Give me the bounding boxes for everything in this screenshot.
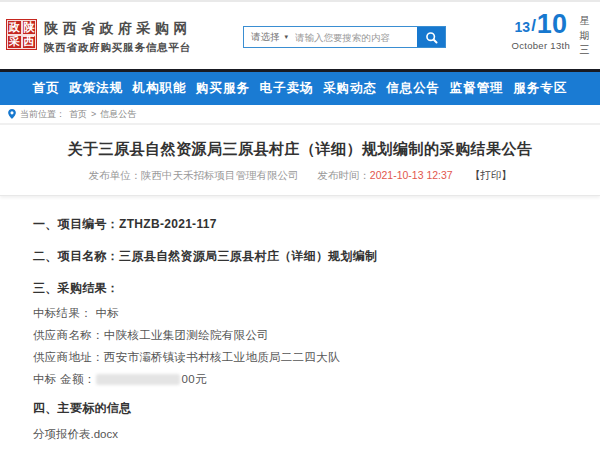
publisher-value: 陕西中天禾招标项目管理有限公司 — [141, 169, 299, 181]
supplier-address-line: 供应商地址：西安市灞桥镇读书村核工业地质局二二四大队 — [33, 350, 560, 365]
search-input[interactable] — [295, 27, 417, 47]
subject-section-heading: 四、主要标的信息 — [33, 400, 560, 417]
bid-result-line: 中标结果： 中标 — [33, 306, 560, 321]
breadcrumb: 当前位置： 首页 > 信息公告 — [0, 105, 600, 125]
nav-item-procurement-news[interactable]: 采购动态 — [323, 80, 377, 97]
bid-amount-line: 中标 金额：00元 — [33, 372, 560, 387]
logo-char: 政 — [7, 20, 22, 35]
print-button[interactable]: 【打印】 — [470, 169, 512, 181]
article-meta: 发布单位：陕西中天禾招标项目管理有限公司 发布时间：2021-10-13 12:… — [0, 169, 600, 183]
date-month: 10 — [537, 11, 567, 38]
breadcrumb-current[interactable]: 信息公告 — [100, 108, 136, 121]
nav-item-supervision[interactable]: 监督管理 — [450, 80, 504, 97]
site-logo: 政 陕 采 西 — [6, 19, 37, 50]
site-header: 政 陕 采 西 陕西省政府采购网 陕西省政府购买服务信息平台 请选择 ▾ — [0, 2, 600, 69]
site-titles: 陕西省政府采购网 陕西省政府购买服务信息平台 — [44, 20, 192, 55]
logo-char: 西 — [22, 35, 37, 50]
project-name-line: 二、项目名称：三原县自然资源局三原县村庄（详细）规划编制 — [33, 248, 560, 265]
site-title: 陕西省政府采购网 — [44, 20, 192, 38]
attachment-link[interactable]: 分项报价表.docx — [33, 428, 118, 440]
nav-item-home[interactable]: 首页 — [33, 80, 60, 97]
nav-item-service-zone[interactable]: 服务专区 — [513, 80, 567, 97]
date-english: October 13th — [511, 40, 570, 51]
logo-char: 陕 — [22, 20, 37, 35]
search-button[interactable] — [417, 27, 445, 47]
publisher-label: 发布单位： — [88, 169, 141, 181]
page-title: 关于三原县自然资源局三原县村庄（详细）规划编制的采购结果公告 — [0, 140, 600, 159]
date-widget: 13 / 10 October 13th 星期三 — [511, 11, 590, 58]
nav-item-announcements[interactable]: 信息公告 — [386, 80, 440, 97]
site-subtitle: 陕西省政府购买服务信息平台 — [44, 41, 192, 55]
search-select-label: 请选择 — [251, 31, 280, 44]
chevron-down-icon: ▾ — [285, 33, 289, 41]
search-category-select[interactable]: 请选择 ▾ — [244, 27, 295, 47]
article-header: 关于三原县自然资源局三原县村庄（详细）规划编制的采购结果公告 发布单位：陕西中天… — [0, 125, 600, 196]
supplier-name-line: 供应商名称：中陕核工业集团测绘院有限公司 — [33, 328, 560, 343]
nav-item-purchase-services[interactable]: 购买服务 — [196, 80, 250, 97]
date-numeric: 13 / 10 October 13th — [511, 11, 570, 51]
breadcrumb-separator: > — [91, 109, 96, 119]
nav-item-policies[interactable]: 政策法规 — [69, 80, 123, 97]
search-icon — [425, 31, 438, 44]
logo-char: 采 — [7, 35, 22, 50]
article-content: 一、项目编号：ZTHZB-2021-117 二、项目名称：三原县自然资源局三原县… — [0, 196, 600, 450]
date-separator: / — [531, 15, 536, 38]
nav-item-functions[interactable]: 机构职能 — [133, 80, 187, 97]
bid-amount-suffix: 00元 — [182, 373, 207, 385]
publish-time-label: 发布时间： — [317, 169, 370, 181]
redacted-amount — [96, 374, 180, 385]
page: 政 陕 采 西 陕西省政府采购网 陕西省政府购买服务信息平台 请选择 ▾ — [0, 0, 600, 450]
main-navigation: 首页 政策法规 机构职能 购买服务 电子卖场 采购动态 信息公告 监督管理 服务… — [0, 72, 600, 105]
result-section-heading: 三、采购结果： — [33, 280, 560, 297]
breadcrumb-home[interactable]: 首页 — [69, 108, 87, 121]
nav-item-e-marketplace[interactable]: 电子卖场 — [259, 80, 313, 97]
search-bar: 请选择 ▾ — [243, 26, 446, 48]
location-pin-icon — [8, 109, 16, 119]
breadcrumb-label: 当前位置： — [20, 108, 65, 121]
publish-time-value: 2021-10-13 12:37 — [370, 169, 453, 181]
date-day: 13 — [515, 16, 531, 38]
project-number-line: 一、项目编号：ZTHZB-2021-117 — [33, 216, 560, 233]
date-weekday: 星期三 — [579, 14, 590, 58]
bid-amount-label: 中标 金额： — [33, 373, 96, 385]
